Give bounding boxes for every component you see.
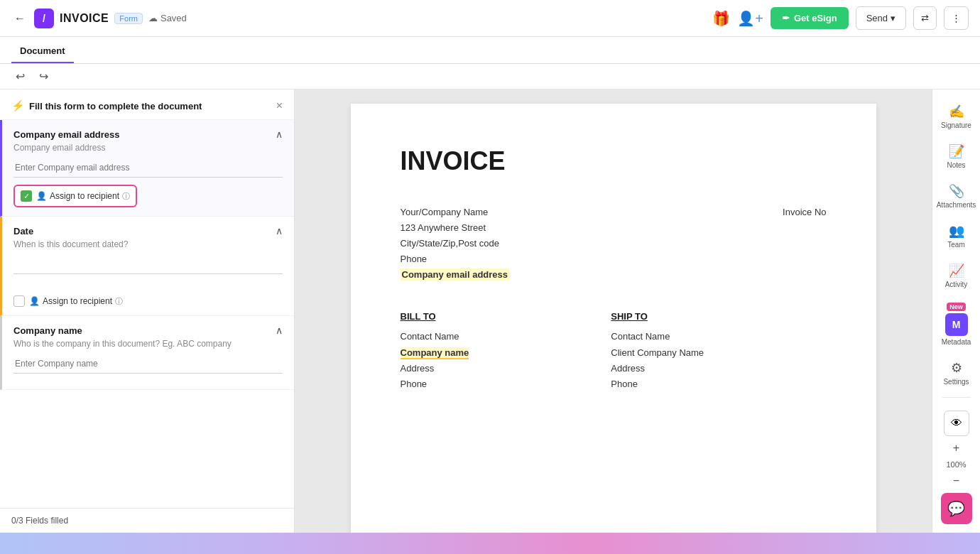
assign-to-recipient-row-email[interactable]: ✓ 👤 Assign to recipient ⓘ	[13, 185, 137, 207]
assign-checkbox-date[interactable]	[13, 295, 25, 307]
section-title-date: Date	[13, 226, 33, 237]
ship-company: Client Company Name	[611, 345, 704, 361]
send-button[interactable]: Send ▾	[856, 6, 906, 30]
sidebar-item-activity[interactable]: 📈 Activity	[937, 257, 976, 294]
section-desc-company-name: Who is the company in this document? Eg.…	[13, 339, 283, 349]
notes-icon: 📝	[949, 143, 964, 159]
person-icon: 👤	[36, 191, 47, 201]
panel-title-text: Fill this form to complete the document	[29, 101, 202, 112]
sidebar-divider	[942, 397, 971, 398]
assign-label-date: 👤 Assign to recipient ⓘ	[29, 296, 123, 307]
logo-icon: /	[34, 9, 54, 28]
undo-button[interactable]: ↩	[11, 67, 29, 86]
city-line: City/State/Zip,Post code	[401, 236, 510, 251]
collapse-email-button[interactable]: ∧	[276, 129, 283, 140]
document-page: INVOICE Your/Company Name 123 Anywhere S…	[351, 104, 876, 533]
magic-icon: 💬	[947, 500, 965, 517]
section-desc-date: When is this document dated?	[13, 239, 283, 249]
fields-filled-count: 0/3	[11, 516, 23, 526]
sidebar-item-signature[interactable]: ✍ Signature	[937, 98, 976, 135]
collapse-company-button[interactable]: ∧	[276, 325, 283, 336]
lightning-icon: ⚡	[11, 99, 25, 112]
metadata-box: M	[945, 313, 968, 336]
footer	[0, 533, 980, 554]
share-icon: ⇄	[921, 13, 929, 23]
bill-to-header: BILL TO	[401, 311, 469, 322]
settings-icon: ⚙	[951, 360, 962, 376]
new-badge: New	[947, 303, 966, 311]
add-user-icon[interactable]: 👤+	[737, 10, 763, 27]
sidebar-item-metadata[interactable]: New M Metadata	[937, 297, 976, 352]
field-section-company-name: Company name ∧ Who is the company in thi…	[0, 316, 294, 390]
field-section-company-email: Company email address ∧ Company email ad…	[0, 120, 294, 217]
section-title-company-name: Company name	[13, 325, 82, 336]
date-input[interactable]	[13, 255, 283, 274]
assign-label-email: 👤 Assign to recipient ⓘ	[36, 191, 130, 202]
assign-to-recipient-row-date[interactable]: 👤 Assign to recipient ⓘ	[13, 295, 123, 307]
form-badge: Form	[114, 13, 143, 24]
saved-indicator: ☁ Saved	[148, 13, 187, 23]
zoom-level: 100%	[946, 460, 966, 469]
ship-contact: Contact Name	[611, 329, 704, 344]
esign-button[interactable]: ✒ Get eSign	[771, 7, 849, 29]
document-area: INVOICE Your/Company Name 123 Anywhere S…	[295, 89, 932, 533]
close-panel-button[interactable]: ×	[276, 99, 283, 112]
right-sidebar: ✍ Signature 📝 Notes 📎 Attachments 👥 Team…	[932, 89, 980, 533]
esign-icon: ✒	[782, 13, 790, 23]
sidebar-item-settings[interactable]: ⚙ Settings	[937, 354, 976, 391]
sidebar-bottom: 👁 + 100% − 💬	[941, 411, 972, 524]
sidebar-item-team[interactable]: 👥 Team	[937, 217, 976, 254]
page-title: INVOICE	[60, 12, 109, 25]
magic-button[interactable]: 💬	[941, 493, 972, 524]
ship-address: Address	[611, 361, 704, 376]
zoom-in-button[interactable]: +	[953, 442, 959, 455]
section-title-email: Company email address	[13, 129, 120, 140]
info-icon-date: ⓘ	[115, 296, 123, 307]
sidebar-item-attachments[interactable]: 📎 Attachments	[937, 178, 976, 214]
ship-phone: Phone	[611, 376, 704, 392]
team-icon: 👥	[949, 223, 964, 239]
field-section-date: Date ∧ When is this document dated? 👤 As…	[0, 217, 294, 316]
signature-icon: ✍	[949, 104, 964, 119]
panel-body: Company email address ∧ Company email ad…	[0, 120, 294, 508]
bill-address: Address	[401, 361, 469, 376]
more-button[interactable]: ⋮	[944, 6, 969, 30]
chevron-down-icon: ▾	[891, 13, 895, 23]
company-email-input[interactable]	[13, 158, 283, 178]
company-name-input[interactable]	[13, 354, 283, 374]
mask-button[interactable]: 👁	[944, 411, 969, 436]
phone-line: Phone	[401, 251, 510, 267]
assign-checkbox-email[interactable]: ✓	[21, 190, 32, 202]
invoice-no-label: Invoice No	[783, 205, 826, 220]
fields-filled-bar: 0/3 Fields filled	[0, 508, 294, 533]
redo-button[interactable]: ↪	[35, 67, 53, 86]
section-desc-email: Company email address	[13, 143, 283, 153]
invoice-title: INVOICE	[401, 146, 827, 176]
bill-phone: Phone	[401, 376, 469, 392]
sidebar-item-notes[interactable]: 📝 Notes	[937, 138, 976, 175]
info-icon-email: ⓘ	[122, 191, 130, 202]
activity-icon: 📈	[949, 263, 964, 278]
gift-icon[interactable]: 🎁	[712, 10, 730, 27]
zoom-out-button[interactable]: −	[953, 474, 959, 487]
share-button[interactable]: ⇄	[913, 6, 937, 30]
street-line: 123 Anywhere Street	[401, 220, 510, 236]
email-field-line: Company email address	[401, 267, 510, 283]
collapse-date-button[interactable]: ∧	[276, 225, 283, 237]
mask-icon: 👁	[951, 417, 962, 430]
cloud-icon: ☁	[148, 13, 158, 23]
tab-document[interactable]: Document	[11, 40, 74, 63]
bill-contact: Contact Name	[401, 329, 469, 344]
ship-to-header: SHIP TO	[611, 311, 704, 322]
back-button[interactable]: ←	[11, 9, 28, 28]
attachments-icon: 📎	[949, 183, 964, 199]
company-name-line: Your/Company Name	[401, 205, 510, 220]
panel-header: ⚡ Fill this form to complete the documen…	[0, 89, 294, 120]
bill-company-highlighted: Company name	[401, 345, 469, 361]
fields-filled-label: Fields filled	[26, 516, 68, 526]
person-icon-date: 👤	[29, 296, 40, 306]
